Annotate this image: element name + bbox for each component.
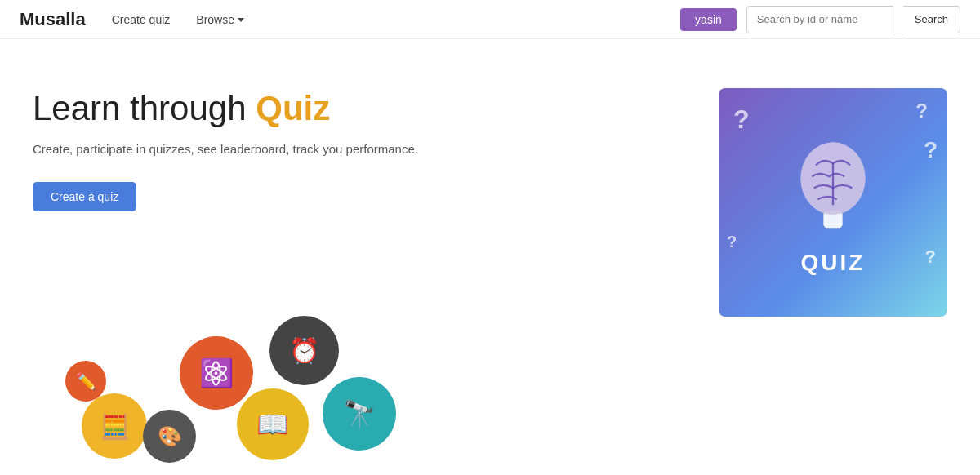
hero-quiz-image: ? ? ? ? ? QUIZ	[719, 88, 947, 317]
chevron-down-icon	[238, 18, 244, 22]
search-input[interactable]	[746, 6, 893, 33]
subject-icons: 🧮 ⚛️ ⏰ 🎨 📖 🔭 ✏️	[0, 312, 425, 475]
nav-right: yasin Search	[680, 6, 960, 33]
nav-left: Musalla Create quiz Browse	[20, 9, 244, 30]
quiz-label: QUIZ	[801, 250, 866, 276]
question-mark-4: ?	[925, 246, 936, 268]
pencil-icon: ✏️	[65, 361, 106, 402]
search-button[interactable]: Search	[903, 6, 960, 33]
hero-subtitle: Create, participate in quizzes, see lead…	[33, 142, 418, 156]
create-quiz-button[interactable]: Create a quiz	[33, 182, 136, 211]
palette-icon: 🎨	[143, 410, 196, 463]
question-mark-5: ?	[727, 233, 737, 251]
clock-icon: ⏰	[270, 316, 339, 385]
question-mark-3: ?	[924, 137, 938, 163]
main-content: Learn through Quiz Create, participate i…	[0, 39, 980, 317]
question-mark-1: ?	[733, 104, 750, 135]
hero-title: Learn through Quiz	[33, 88, 418, 129]
browse-dropdown[interactable]: Browse	[196, 13, 244, 26]
navbar: Musalla Create quiz Browse yasin Search	[0, 0, 980, 39]
browse-label: Browse	[196, 13, 234, 26]
hero-title-part1: Learn through	[33, 89, 256, 127]
microscope-icon: 🔭	[323, 377, 396, 451]
hero-text: Learn through Quiz Create, participate i…	[33, 88, 418, 317]
calculator-icon: 🧮	[82, 393, 147, 459]
question-mark-2: ?	[915, 100, 928, 122]
create-quiz-link[interactable]: Create quiz	[112, 13, 171, 26]
user-badge[interactable]: yasin	[680, 8, 737, 31]
brain-icon	[776, 129, 890, 243]
book-icon: 📖	[237, 388, 309, 460]
atom-icon: ⚛️	[180, 336, 253, 410]
hero-title-highlight: Quiz	[256, 89, 330, 127]
app-logo: Musalla	[20, 9, 86, 30]
